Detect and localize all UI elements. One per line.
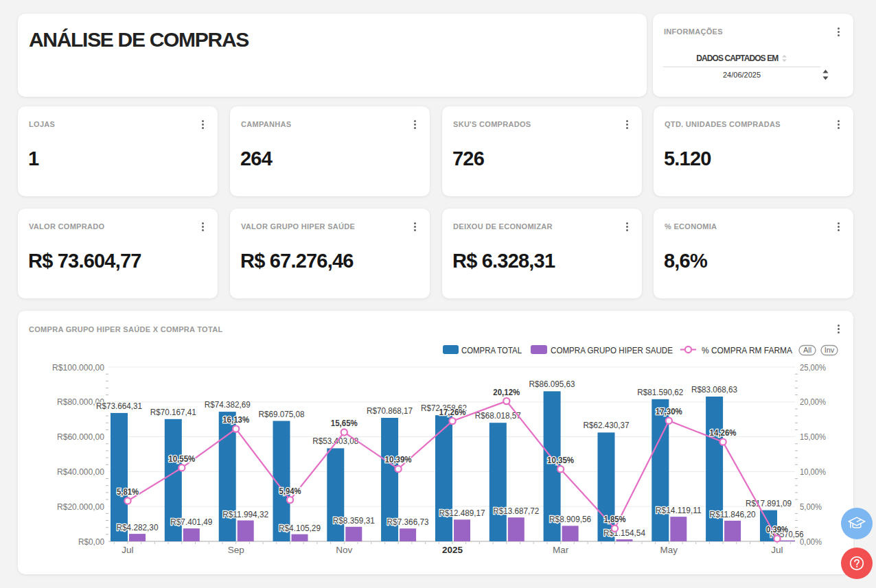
- svg-text:R$7.366,73: R$7.366,73: [387, 517, 429, 527]
- svg-text:% COMPRA RM FARMA: % COMPRA RM FARMA: [702, 345, 792, 355]
- svg-text:15,00%: 15,00%: [800, 432, 826, 442]
- svg-text:R$100.000,00: R$100.000,00: [52, 362, 104, 373]
- svg-text:R$14.119,11: R$14.119,11: [656, 505, 702, 515]
- svg-text:2025: 2025: [442, 545, 463, 555]
- svg-text:Sep: Sep: [228, 545, 244, 555]
- svg-text:R$86.095,63: R$86.095,63: [529, 379, 575, 389]
- svg-text:COMPRA GRUPO HIPER SAUDE: COMPRA GRUPO HIPER SAUDE: [551, 345, 673, 355]
- svg-text:R$81.590,62: R$81.590,62: [637, 387, 683, 397]
- svg-text:R$20.000,00: R$20.000,00: [57, 502, 104, 512]
- svg-text:R$40.000,00: R$40.000,00: [57, 467, 104, 477]
- svg-text:R$8.359,31: R$8.359,31: [333, 515, 375, 526]
- svg-text:R$13.687,72: R$13.687,72: [493, 506, 539, 516]
- svg-text:20,12%: 20,12%: [493, 387, 520, 397]
- svg-text:R$11.846,20: R$11.846,20: [710, 509, 756, 519]
- svg-text:Jul: Jul: [122, 545, 133, 555]
- svg-text:R$8.909,56: R$8.909,56: [549, 514, 591, 524]
- svg-text:Mar: Mar: [553, 545, 569, 555]
- svg-text:20,00%: 20,00%: [800, 397, 826, 407]
- svg-text:10,55%: 10,55%: [168, 454, 195, 464]
- svg-text:R$60.000,00: R$60.000,00: [57, 432, 104, 442]
- svg-text:0,39%: 0,39%: [766, 524, 788, 534]
- svg-text:R$11.994,32: R$11.994,32: [222, 509, 268, 519]
- svg-text:R$7.401,49: R$7.401,49: [170, 517, 212, 527]
- svg-text:Jul: Jul: [771, 545, 783, 555]
- svg-text:Inv: Inv: [825, 346, 835, 354]
- svg-text:R$70.868,17: R$70.868,17: [367, 405, 413, 416]
- svg-text:1,85%: 1,85%: [604, 514, 626, 524]
- svg-text:R$73.664,31: R$73.664,31: [96, 401, 142, 411]
- svg-text:R$4.105,29: R$4.105,29: [279, 523, 321, 533]
- svg-text:10,00%: 10,00%: [800, 467, 826, 477]
- svg-text:COMPRA TOTAL: COMPRA TOTAL: [461, 345, 522, 355]
- svg-text:All: All: [803, 346, 811, 354]
- svg-text:R$17.891,09: R$17.891,09: [746, 498, 792, 508]
- svg-text:5,94%: 5,94%: [279, 486, 301, 496]
- svg-text:R$69.075,08: R$69.075,08: [259, 409, 305, 419]
- svg-text:R$0,00: R$0,00: [78, 537, 104, 547]
- svg-text:25,00%: 25,00%: [800, 362, 826, 373]
- svg-text:R$74.382,69: R$74.382,69: [205, 399, 251, 410]
- svg-text:5,81%: 5,81%: [117, 486, 139, 497]
- svg-text:May: May: [660, 545, 678, 555]
- svg-text:R$68.018,57: R$68.018,57: [475, 410, 521, 421]
- svg-text:17,30%: 17,30%: [656, 406, 682, 416]
- svg-text:R$62.430,37: R$62.430,37: [584, 420, 630, 430]
- svg-text:R$1.154,54: R$1.154,54: [603, 528, 645, 538]
- svg-text:R$4.282,30: R$4.282,30: [117, 522, 159, 532]
- svg-text:5,00%: 5,00%: [800, 502, 822, 512]
- svg-text:16,13%: 16,13%: [222, 414, 249, 425]
- svg-text:10,39%: 10,39%: [385, 454, 412, 464]
- svg-text:14,26%: 14,26%: [710, 427, 737, 438]
- svg-text:Nov: Nov: [336, 545, 352, 555]
- svg-text:15,65%: 15,65%: [331, 418, 358, 428]
- svg-text:R$70.167,41: R$70.167,41: [150, 407, 196, 417]
- svg-text:R$83.068,63: R$83.068,63: [691, 384, 737, 395]
- svg-text:R$12.489,17: R$12.489,17: [439, 508, 485, 518]
- svg-text:17,26%: 17,26%: [439, 407, 466, 417]
- svg-text:10,35%: 10,35%: [547, 455, 574, 465]
